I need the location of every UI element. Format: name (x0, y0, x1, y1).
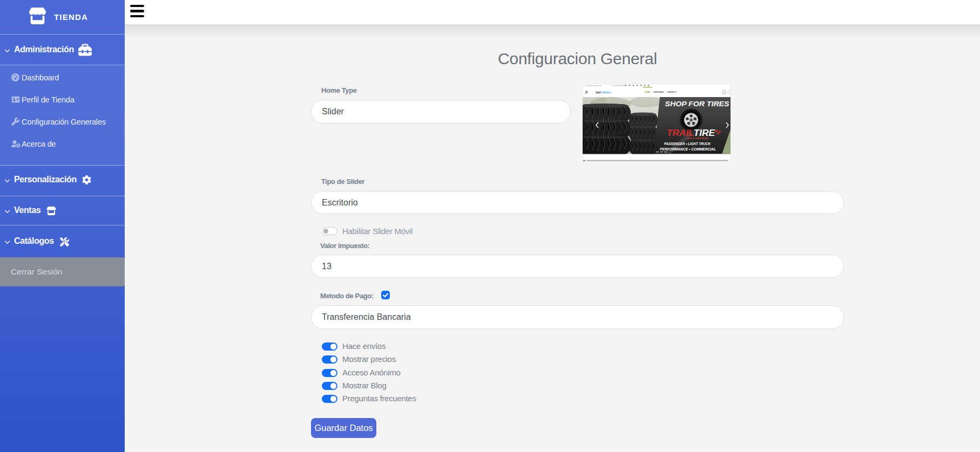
svg-text:CONTACTO: CONTACTO (667, 91, 676, 93)
svg-text:PASSENGER • LIGHT TRUCK: PASSENGER • LIGHT TRUCK (664, 141, 711, 146)
svg-text:ApexCommerce: ApexCommerce (596, 91, 611, 94)
svg-text:✆ +504 9233532: ✆ +504 9233532 (611, 85, 626, 87)
svg-text:TRAILTIRE: TRAILTIRE (667, 128, 715, 138)
svg-text:HOME: HOME (645, 91, 650, 93)
svg-text:CATEGORÍAS: CATEGORÍAS (653, 91, 664, 93)
svg-text:✉ info@tienda.com: ✉ info@tienda.com (585, 85, 601, 87)
svg-text:AUTO CENTERS: AUTO CENTERS (686, 137, 708, 140)
svg-text:SHOP FOR TIRES: SHOP FOR TIRES (665, 100, 730, 108)
svg-text:PERFORMANCE • COMMERCIAL: PERFORMANCE • COMMERCIAL (660, 147, 716, 152)
